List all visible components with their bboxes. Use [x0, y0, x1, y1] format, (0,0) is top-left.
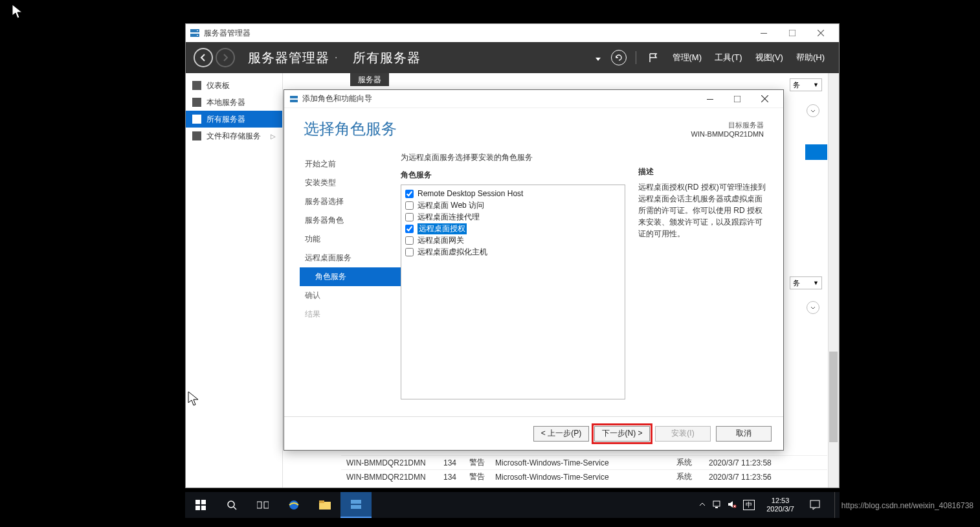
- tasks-label: 务: [793, 80, 800, 90]
- role-item-virtualization-host[interactable]: 远程桌面虚拟化主机: [405, 246, 621, 258]
- taskbar-clock[interactable]: 12:53 2020/3/7: [761, 497, 799, 513]
- step-install-type[interactable]: 安装类型: [300, 174, 401, 192]
- volume-icon[interactable]: [728, 500, 737, 510]
- step-server-roles[interactable]: 服务器角色: [300, 211, 401, 230]
- breadcrumb-page[interactable]: 所有服务器: [353, 49, 421, 67]
- role-checkbox[interactable]: [405, 190, 414, 198]
- notifications-flag-icon[interactable]: [644, 49, 662, 67]
- role-checkbox[interactable]: [405, 213, 414, 221]
- scrollbar-thumb[interactable]: [829, 352, 838, 442]
- step-server-selection[interactable]: 服务器选择: [300, 192, 401, 211]
- cancel-button[interactable]: 取消: [716, 426, 772, 442]
- explorer-icon[interactable]: [309, 492, 340, 518]
- nav-forward-button[interactable]: [216, 48, 235, 67]
- selected-row-indicator: [805, 144, 827, 160]
- wizard-maximize-button[interactable]: [724, 91, 751, 107]
- step-before-begin[interactable]: 开始之前: [300, 155, 401, 174]
- maximize-button[interactable]: [778, 24, 807, 42]
- role-label: 远程桌面虚拟化主机: [418, 247, 487, 258]
- role-item-licensing[interactable]: 远程桌面授权: [405, 223, 621, 234]
- chevron-down-icon: ▼: [813, 82, 819, 88]
- roles-listbox[interactable]: Remote Desktop Session Host 远程桌面 Web 访问 …: [401, 185, 625, 399]
- nav-item-file-storage[interactable]: 文件和存储服务▷: [186, 128, 282, 144]
- minimize-button[interactable]: [750, 24, 778, 42]
- svg-rect-20: [351, 500, 361, 504]
- target-label: 目标服务器: [691, 120, 764, 130]
- search-icon[interactable]: [216, 492, 247, 518]
- divider: [636, 51, 636, 64]
- servers-icon: [192, 115, 201, 124]
- menu-tools[interactable]: 工具(T): [715, 52, 742, 63]
- role-item-gateway[interactable]: 远程桌面网关: [405, 234, 621, 246]
- role-checkbox[interactable]: [405, 248, 414, 256]
- role-checkbox[interactable]: [405, 225, 414, 233]
- chevron-right-icon: ▷: [271, 133, 276, 140]
- svg-rect-22: [713, 501, 720, 506]
- role-item-rdsh[interactable]: Remote Desktop Session Host: [405, 188, 621, 199]
- system-tray[interactable]: 中: [693, 500, 761, 510]
- wizard-close-button[interactable]: [751, 91, 778, 107]
- role-item-web-access[interactable]: 远程桌面 Web 访问: [405, 199, 621, 211]
- menu-manage[interactable]: 管理(M): [673, 52, 702, 63]
- tasks-label: 务: [793, 278, 800, 288]
- svg-point-17: [289, 500, 298, 510]
- vertical-scrollbar[interactable]: [828, 73, 839, 488]
- wizard-titlebar[interactable]: 添加角色和功能向导: [284, 90, 783, 108]
- role-label: 远程桌面授权: [418, 223, 467, 234]
- target-value: WIN-BMMDQR21DMN: [691, 130, 764, 138]
- start-button[interactable]: [185, 492, 216, 518]
- show-desktop-button[interactable]: [834, 492, 840, 518]
- table-row[interactable]: WIN-BMMDQR21DMN 134 警告 Microsoft-Windows…: [341, 469, 827, 484]
- svg-rect-13: [201, 506, 206, 510]
- tasks-dropdown-1[interactable]: 务▼: [790, 78, 822, 91]
- tray-chevron-up-icon[interactable]: [699, 501, 706, 509]
- nav-item-dashboard[interactable]: 仪表板: [186, 77, 282, 94]
- nav-back-button[interactable]: [194, 48, 213, 67]
- role-checkbox[interactable]: [405, 236, 414, 245]
- collapse-toggle-2[interactable]: [807, 301, 819, 314]
- svg-rect-23: [715, 507, 718, 508]
- step-remote-desktop[interactable]: 远程桌面服务: [300, 249, 401, 267]
- nav-item-local-server[interactable]: 本地服务器: [186, 94, 282, 111]
- wizard-minimize-button[interactable]: [696, 91, 724, 107]
- previous-button[interactable]: < 上一步(P): [533, 426, 589, 442]
- dashboard-icon: [192, 81, 201, 90]
- step-role-services[interactable]: 角色服务: [300, 267, 401, 286]
- menu-view[interactable]: 视图(V): [755, 52, 783, 63]
- svg-rect-3: [197, 35, 198, 36]
- network-icon[interactable]: [712, 500, 721, 510]
- menu-help[interactable]: 帮助(H): [796, 52, 825, 63]
- cell-server: WIN-BMMDQR21DMN: [341, 458, 438, 467]
- cell-source: Microsoft-Windows-Time-Service: [490, 458, 671, 467]
- server-manager-taskbar-icon[interactable]: [340, 492, 372, 518]
- cell-log: 系统: [671, 471, 704, 482]
- step-features[interactable]: 功能: [300, 230, 401, 249]
- step-confirm[interactable]: 确认: [300, 286, 401, 305]
- cell-id: 134: [438, 473, 464, 482]
- wizard-icon: [289, 95, 298, 104]
- nav-item-all-servers[interactable]: 所有服务器: [186, 111, 282, 128]
- header-app-name: 服务器管理器: [248, 49, 329, 67]
- header-dropdown-caret[interactable]: [593, 52, 601, 63]
- tasks-dropdown-2[interactable]: 务▼: [790, 276, 822, 289]
- events-table: WIN-BMMDQR21DMN 134 警告 Microsoft-Windows…: [341, 455, 827, 484]
- table-row[interactable]: WIN-BMMDQR21DMN 134 警告 Microsoft-Windows…: [341, 455, 827, 469]
- refresh-icon[interactable]: [610, 49, 628, 67]
- role-item-connection-broker[interactable]: 远程桌面连接代理: [405, 211, 621, 223]
- cell-timestamp: 2020/3/7 11:23:56: [704, 473, 794, 482]
- svg-rect-12: [195, 506, 200, 510]
- role-checkbox[interactable]: [405, 201, 414, 210]
- server-manager-titlebar[interactable]: 服务器管理器: [186, 24, 839, 42]
- svg-rect-6: [290, 96, 298, 98]
- svg-rect-21: [351, 505, 361, 509]
- collapse-toggle-1[interactable]: [807, 104, 819, 117]
- svg-rect-25: [810, 500, 819, 508]
- task-view-icon[interactable]: [247, 492, 278, 518]
- action-center-icon[interactable]: [799, 492, 830, 518]
- close-button[interactable]: [807, 24, 835, 42]
- chevron-down-icon: ▼: [813, 280, 819, 286]
- next-button[interactable]: 下一步(N) >: [594, 426, 650, 442]
- storage-icon: [192, 131, 201, 140]
- ime-indicator[interactable]: 中: [743, 500, 755, 510]
- ie-icon[interactable]: [278, 492, 309, 518]
